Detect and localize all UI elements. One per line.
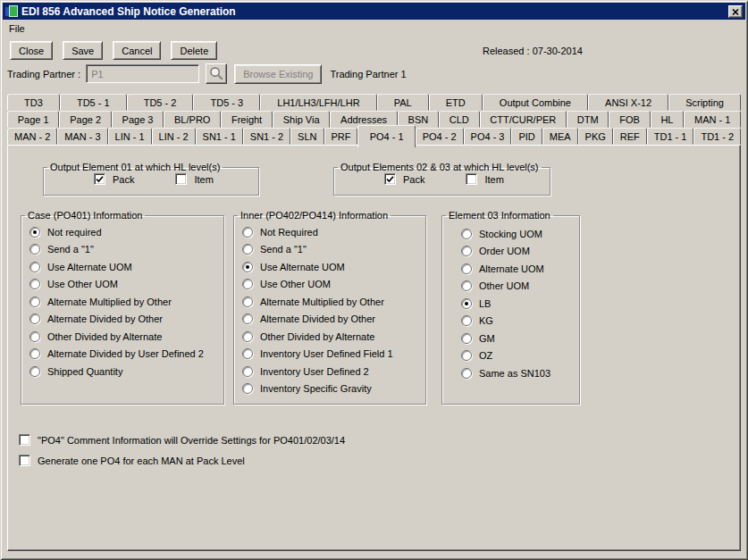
tab-td3[interactable]: TD3: [7, 94, 60, 111]
tab-lin-1[interactable]: LIN - 1: [108, 128, 152, 145]
tab-td1-2[interactable]: TD1 - 2: [693, 128, 741, 145]
tab-sn1-2[interactable]: SN1 - 2: [243, 128, 290, 145]
tab-po4-2[interactable]: PO4 - 2: [416, 128, 464, 145]
tab-man-1[interactable]: MAN - 1: [684, 111, 741, 128]
tab-pid[interactable]: PID: [511, 128, 542, 145]
tab-ctt-cur-per[interactable]: CTT/CUR/PER: [480, 111, 567, 128]
tab-td5-3[interactable]: TD5 - 3: [193, 94, 260, 111]
radio-option-other-divided-by-alternate[interactable]: Other Divided by Alternate: [242, 328, 425, 346]
checkbox[interactable]: [466, 173, 477, 185]
cancel-button[interactable]: Cancel: [113, 41, 161, 60]
checkbox-option-generate-one-po4-for-each-man-at-pack-level[interactable]: Generate one PO4 for each MAN at Pack Le…: [19, 450, 345, 471]
tab-sln[interactable]: SLN: [290, 128, 324, 145]
tab-lh1-lh3-lfh-lhr[interactable]: LH1/LH3/LFH/LHR: [260, 94, 376, 111]
tab-lin-2[interactable]: LIN - 2: [152, 128, 196, 145]
trading-partner-input[interactable]: P1: [86, 64, 199, 83]
radio-button[interactable]: [242, 227, 253, 238]
tab-etd[interactable]: ETD: [429, 94, 483, 111]
checkbox-option-pack[interactable]: Pack: [94, 173, 134, 185]
tab-pal[interactable]: PAL: [377, 94, 429, 111]
checkbox-option-item[interactable]: Item: [175, 173, 213, 185]
save-button[interactable]: Save: [63, 41, 103, 60]
radio-option-kg[interactable]: KG: [461, 313, 579, 330]
tab-output-combine[interactable]: Output Combine: [483, 94, 588, 111]
checkbox[interactable]: [384, 173, 396, 185]
tab-ref[interactable]: REF: [613, 128, 647, 145]
radio-button[interactable]: [29, 348, 40, 359]
checkbox-option-item[interactable]: Item: [466, 173, 503, 185]
radio-option-order-uom[interactable]: Order UOM: [461, 243, 579, 261]
tab-prf[interactable]: PRF: [324, 128, 358, 145]
radio-option-alternate-divided-by-user-defined-2[interactable]: Alternate Divided by User Defined 2: [29, 346, 223, 364]
radio-button[interactable]: [242, 244, 253, 255]
radio-button[interactable]: [461, 298, 472, 309]
tab-fob[interactable]: FOB: [609, 111, 650, 128]
radio-button[interactable]: [29, 279, 40, 289]
tab-td5-2[interactable]: TD5 - 2: [127, 94, 194, 111]
menu-file[interactable]: File: [4, 22, 30, 35]
tab-po4-3[interactable]: PO4 - 3: [464, 128, 512, 145]
tab-hl[interactable]: HL: [651, 111, 685, 128]
tab-scripting[interactable]: Scripting: [668, 94, 741, 111]
search-button[interactable]: [206, 63, 227, 84]
tab-po4-1[interactable]: PO4 - 1: [357, 125, 415, 147]
radio-option-not-required[interactable]: Not required: [29, 223, 223, 241]
radio-option-alternate-uom[interactable]: Alternate UOM: [461, 260, 579, 278]
tab-man-3[interactable]: MAN - 3: [57, 128, 107, 145]
tab-bl-pro[interactable]: BL/PRO: [164, 111, 221, 128]
radio-button[interactable]: [29, 227, 40, 238]
tab-mea[interactable]: MEA: [542, 128, 578, 145]
radio-button[interactable]: [242, 383, 253, 394]
close-window-button[interactable]: [728, 5, 743, 18]
tab-cld[interactable]: CLD: [439, 111, 480, 128]
tab-td1-1[interactable]: TD1 - 1: [647, 128, 694, 145]
radio-option-send-a-1[interactable]: Send a "1": [29, 241, 223, 259]
radio-option-same-as-sn103[interactable]: Same as SN103: [461, 364, 579, 382]
radio-option-use-alternate-uom[interactable]: Use Alternate UOM: [242, 258, 425, 276]
radio-option-use-other-uom[interactable]: Use Other UOM: [242, 276, 425, 294]
radio-button[interactable]: [29, 313, 40, 324]
radio-option-alternate-multiplied-by-other[interactable]: Alternate Multiplied by Other: [242, 293, 425, 311]
tab-page-1[interactable]: Page 1: [7, 111, 59, 128]
radio-option-lb[interactable]: LB: [461, 295, 579, 313]
tab-page-2[interactable]: Page 2: [59, 111, 111, 128]
radio-button[interactable]: [461, 229, 472, 239]
tab-pkg[interactable]: PKG: [578, 128, 613, 145]
tab-page-3[interactable]: Page 3: [112, 111, 164, 128]
radio-option-oz[interactable]: OZ: [461, 347, 579, 365]
radio-button[interactable]: [29, 262, 40, 272]
checkbox[interactable]: [19, 434, 30, 446]
tab-ship-via[interactable]: Ship Via: [273, 111, 330, 128]
radio-option-not-required[interactable]: Not Required: [242, 223, 425, 241]
close-button[interactable]: Close: [10, 41, 53, 60]
checkbox[interactable]: [94, 173, 105, 185]
radio-button[interactable]: [242, 313, 253, 324]
tab-td5-1[interactable]: TD5 - 1: [60, 94, 127, 111]
radio-option-other-divided-by-alternate[interactable]: Other Divided by Alternate: [29, 328, 223, 346]
radio-option-use-alternate-uom[interactable]: Use Alternate UOM: [29, 258, 223, 276]
radio-button[interactable]: [461, 263, 472, 274]
checkbox-option-pack[interactable]: Pack: [384, 173, 424, 185]
radio-option-inventory-user-defined-2[interactable]: Inventory User Defined 2: [242, 363, 425, 380]
tab-freight[interactable]: Freight: [221, 111, 273, 128]
radio-button[interactable]: [242, 348, 253, 359]
delete-button[interactable]: Delete: [171, 41, 217, 60]
radio-button[interactable]: [461, 350, 472, 361]
radio-button[interactable]: [461, 368, 472, 379]
browse-existing-button[interactable]: Browse Existing: [234, 64, 322, 84]
radio-button[interactable]: [242, 297, 253, 307]
radio-button[interactable]: [29, 297, 40, 307]
radio-option-alternate-divided-by-other[interactable]: Alternate Divided by Other: [29, 311, 223, 329]
tab-man-2[interactable]: MAN - 2: [7, 128, 57, 145]
radio-option-inventory-user-defined-field-1[interactable]: Inventory User Defined Field 1: [242, 346, 425, 364]
tab-dtm[interactable]: DTM: [567, 111, 609, 128]
radio-button[interactable]: [29, 331, 40, 342]
radio-button[interactable]: [242, 331, 253, 342]
radio-option-alternate-multiplied-by-other[interactable]: Alternate Multiplied by Other: [29, 293, 223, 311]
checkbox-option-po4-comment-information-will-override-settings-f[interactable]: "PO4" Comment Information will Override …: [19, 430, 345, 450]
radio-option-other-uom[interactable]: Other UOM: [461, 278, 579, 296]
radio-button[interactable]: [461, 315, 472, 326]
radio-button[interactable]: [29, 366, 40, 377]
radio-button[interactable]: [242, 279, 253, 289]
checkbox[interactable]: [19, 455, 30, 466]
